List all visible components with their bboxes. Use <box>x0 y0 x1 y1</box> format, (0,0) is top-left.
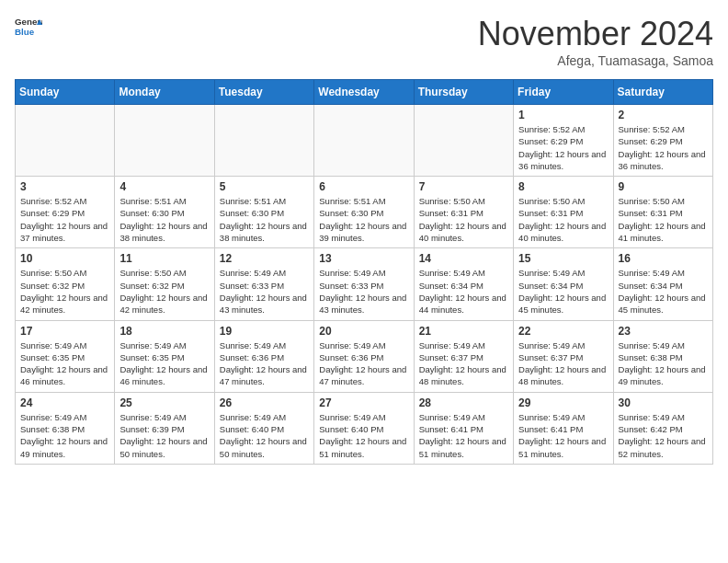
day-info: Sunrise: 5:49 AMSunset: 6:35 PMDaylight:… <box>20 339 109 388</box>
calendar-cell: 12Sunrise: 5:49 AMSunset: 6:33 PMDayligh… <box>214 248 313 320</box>
weekday-header-friday: Friday <box>514 80 613 105</box>
calendar-cell <box>314 105 414 177</box>
day-info: Sunrise: 5:49 AMSunset: 6:37 PMDaylight:… <box>518 339 608 388</box>
calendar-cell: 24Sunrise: 5:49 AMSunset: 6:38 PMDayligh… <box>16 392 115 464</box>
calendar-cell: 11Sunrise: 5:50 AMSunset: 6:32 PMDayligh… <box>115 248 214 320</box>
day-info: Sunrise: 5:49 AMSunset: 6:40 PMDaylight:… <box>220 411 309 460</box>
calendar-cell: 6Sunrise: 5:51 AMSunset: 6:30 PMDaylight… <box>314 177 414 248</box>
logo: General Blue <box>15 15 42 40</box>
calendar-cell: 19Sunrise: 5:49 AMSunset: 6:36 PMDayligh… <box>214 320 313 392</box>
day-number: 25 <box>119 396 209 409</box>
day-number: 10 <box>20 252 109 265</box>
calendar-cell: 23Sunrise: 5:49 AMSunset: 6:38 PMDayligh… <box>613 320 712 392</box>
day-info: Sunrise: 5:49 AMSunset: 6:34 PMDaylight:… <box>518 267 608 316</box>
calendar-cell: 17Sunrise: 5:49 AMSunset: 6:35 PMDayligh… <box>16 320 115 392</box>
day-number: 13 <box>319 252 408 265</box>
day-number: 16 <box>619 252 708 265</box>
day-number: 12 <box>220 252 309 265</box>
calendar-week-3: 10Sunrise: 5:50 AMSunset: 6:32 PMDayligh… <box>16 248 713 320</box>
calendar-table: SundayMondayTuesdayWednesdayThursdayFrid… <box>15 79 713 465</box>
calendar-cell: 7Sunrise: 5:50 AMSunset: 6:31 PMDaylight… <box>414 177 513 248</box>
calendar-cell <box>414 105 513 177</box>
calendar-cell: 13Sunrise: 5:49 AMSunset: 6:33 PMDayligh… <box>314 248 414 320</box>
calendar-week-2: 3Sunrise: 5:52 AMSunset: 6:29 PMDaylight… <box>16 177 713 248</box>
day-info: Sunrise: 5:49 AMSunset: 6:38 PMDaylight:… <box>20 411 109 460</box>
day-info: Sunrise: 5:50 AMSunset: 6:32 PMDaylight:… <box>20 267 109 316</box>
title-block: November 2024 Afega, Tuamasaga, Samoa <box>478 15 713 68</box>
day-info: Sunrise: 5:52 AMSunset: 6:29 PMDaylight:… <box>20 195 109 244</box>
day-info: Sunrise: 5:51 AMSunset: 6:30 PMDaylight:… <box>220 195 309 244</box>
day-info: Sunrise: 5:52 AMSunset: 6:29 PMDaylight:… <box>619 123 708 172</box>
day-info: Sunrise: 5:49 AMSunset: 6:37 PMDaylight:… <box>419 339 508 388</box>
day-info: Sunrise: 5:50 AMSunset: 6:31 PMDaylight:… <box>518 195 608 244</box>
day-number: 24 <box>20 396 109 409</box>
day-number: 5 <box>220 180 309 193</box>
calendar-cell: 28Sunrise: 5:49 AMSunset: 6:41 PMDayligh… <box>414 392 513 464</box>
logo-icon: General Blue <box>15 15 42 40</box>
day-number: 22 <box>518 325 608 338</box>
svg-text:General: General <box>15 17 42 27</box>
weekday-header-monday: Monday <box>115 80 214 105</box>
calendar-cell: 9Sunrise: 5:50 AMSunset: 6:31 PMDaylight… <box>613 177 712 248</box>
calendar-cell: 5Sunrise: 5:51 AMSunset: 6:30 PMDaylight… <box>214 177 313 248</box>
day-number: 11 <box>119 252 209 265</box>
day-info: Sunrise: 5:49 AMSunset: 6:42 PMDaylight:… <box>619 411 708 460</box>
page-header: General Blue November 2024 Afega, Tuamas… <box>15 15 713 68</box>
day-number: 6 <box>319 180 408 193</box>
day-info: Sunrise: 5:49 AMSunset: 6:34 PMDaylight:… <box>619 267 708 316</box>
day-number: 14 <box>419 252 508 265</box>
day-number: 23 <box>619 325 708 338</box>
day-number: 3 <box>20 180 109 193</box>
day-info: Sunrise: 5:49 AMSunset: 6:40 PMDaylight:… <box>319 411 408 460</box>
calendar-cell: 18Sunrise: 5:49 AMSunset: 6:35 PMDayligh… <box>115 320 214 392</box>
day-number: 2 <box>619 109 708 121</box>
day-number: 26 <box>220 396 309 409</box>
weekday-header-saturday: Saturday <box>613 80 712 105</box>
day-number: 7 <box>419 180 508 193</box>
day-number: 19 <box>220 325 309 338</box>
calendar-week-1: 1Sunrise: 5:52 AMSunset: 6:29 PMDaylight… <box>16 105 713 177</box>
calendar-week-5: 24Sunrise: 5:49 AMSunset: 6:38 PMDayligh… <box>16 392 713 464</box>
day-number: 1 <box>518 109 608 121</box>
day-number: 27 <box>319 396 408 409</box>
day-info: Sunrise: 5:49 AMSunset: 6:34 PMDaylight:… <box>419 267 508 316</box>
calendar-cell: 4Sunrise: 5:51 AMSunset: 6:30 PMDaylight… <box>115 177 214 248</box>
calendar-cell: 2Sunrise: 5:52 AMSunset: 6:29 PMDaylight… <box>613 105 712 177</box>
calendar-cell: 14Sunrise: 5:49 AMSunset: 6:34 PMDayligh… <box>414 248 513 320</box>
day-info: Sunrise: 5:51 AMSunset: 6:30 PMDaylight:… <box>119 195 209 244</box>
calendar-cell: 16Sunrise: 5:49 AMSunset: 6:34 PMDayligh… <box>613 248 712 320</box>
day-info: Sunrise: 5:49 AMSunset: 6:41 PMDaylight:… <box>419 411 508 460</box>
calendar-week-4: 17Sunrise: 5:49 AMSunset: 6:35 PMDayligh… <box>16 320 713 392</box>
weekday-header-sunday: Sunday <box>16 80 115 105</box>
day-number: 8 <box>518 180 608 193</box>
day-info: Sunrise: 5:49 AMSunset: 6:38 PMDaylight:… <box>619 339 708 388</box>
month-title: November 2024 <box>478 15 713 53</box>
calendar-cell: 15Sunrise: 5:49 AMSunset: 6:34 PMDayligh… <box>514 248 613 320</box>
day-number: 15 <box>518 252 608 265</box>
day-number: 17 <box>20 325 109 338</box>
calendar-cell: 29Sunrise: 5:49 AMSunset: 6:41 PMDayligh… <box>514 392 613 464</box>
calendar-cell: 1Sunrise: 5:52 AMSunset: 6:29 PMDaylight… <box>514 105 613 177</box>
calendar-cell: 22Sunrise: 5:49 AMSunset: 6:37 PMDayligh… <box>514 320 613 392</box>
day-info: Sunrise: 5:49 AMSunset: 6:41 PMDaylight:… <box>518 411 608 460</box>
day-info: Sunrise: 5:49 AMSunset: 6:39 PMDaylight:… <box>119 411 209 460</box>
day-number: 4 <box>119 180 209 193</box>
day-number: 20 <box>319 325 408 338</box>
calendar-cell: 27Sunrise: 5:49 AMSunset: 6:40 PMDayligh… <box>314 392 414 464</box>
day-number: 9 <box>619 180 708 193</box>
calendar-cell: 21Sunrise: 5:49 AMSunset: 6:37 PMDayligh… <box>414 320 513 392</box>
weekday-header-wednesday: Wednesday <box>314 80 414 105</box>
day-info: Sunrise: 5:51 AMSunset: 6:30 PMDaylight:… <box>319 195 408 244</box>
day-info: Sunrise: 5:49 AMSunset: 6:36 PMDaylight:… <box>220 339 309 388</box>
day-number: 18 <box>119 325 209 338</box>
day-number: 29 <box>518 396 608 409</box>
day-number: 21 <box>419 325 508 338</box>
day-number: 28 <box>419 396 508 409</box>
calendar-cell: 20Sunrise: 5:49 AMSunset: 6:36 PMDayligh… <box>314 320 414 392</box>
day-info: Sunrise: 5:49 AMSunset: 6:33 PMDaylight:… <box>220 267 309 316</box>
weekday-header-thursday: Thursday <box>414 80 513 105</box>
calendar-cell: 30Sunrise: 5:49 AMSunset: 6:42 PMDayligh… <box>613 392 712 464</box>
calendar-cell: 8Sunrise: 5:50 AMSunset: 6:31 PMDaylight… <box>514 177 613 248</box>
day-number: 30 <box>619 396 708 409</box>
day-info: Sunrise: 5:52 AMSunset: 6:29 PMDaylight:… <box>518 123 608 172</box>
